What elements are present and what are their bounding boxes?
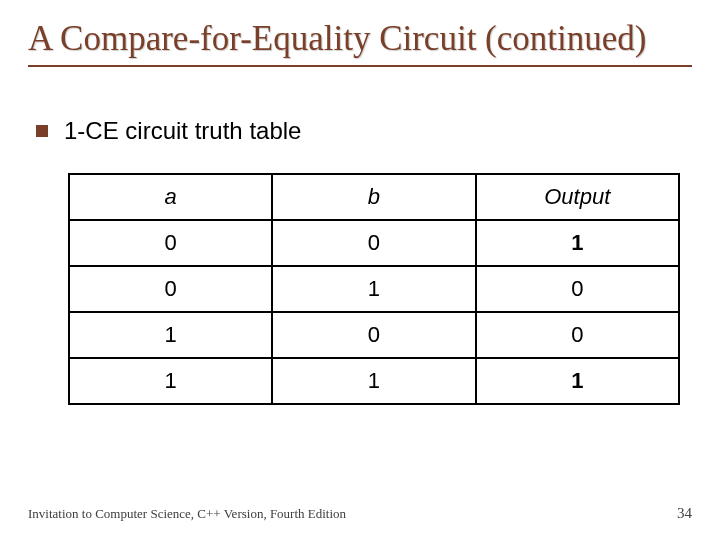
- table-cell: 0: [69, 266, 272, 312]
- table-cell: 1: [69, 358, 272, 404]
- table-cell: 0: [476, 266, 680, 312]
- table-cell: 0: [272, 220, 475, 266]
- footer-page-number: 34: [677, 505, 692, 522]
- footer-text: Invitation to Computer Science, C++ Vers…: [28, 506, 346, 522]
- table-row: a b Output: [69, 174, 679, 220]
- table-row: 1 1 1: [69, 358, 679, 404]
- table-row: 0 0 1: [69, 220, 679, 266]
- table-cell: 1: [272, 266, 475, 312]
- table-header-a: a: [69, 174, 272, 220]
- table-cell: 1: [69, 312, 272, 358]
- table-cell: 0: [272, 312, 475, 358]
- slide-title: A Compare-for-Equality Circuit (continue…: [28, 18, 692, 59]
- footer: Invitation to Computer Science, C++ Vers…: [28, 505, 692, 522]
- table-header-output: Output: [476, 174, 680, 220]
- table-row: 0 1 0: [69, 266, 679, 312]
- table-row: 1 0 0: [69, 312, 679, 358]
- bullet-item: 1-CE circuit truth table: [36, 117, 692, 145]
- table-header-b: b: [272, 174, 475, 220]
- bullet-square-icon: [36, 125, 48, 137]
- title-underline: [28, 65, 692, 67]
- table-cell: 0: [69, 220, 272, 266]
- table-cell: 0: [476, 312, 680, 358]
- bullet-text: 1-CE circuit truth table: [64, 117, 301, 145]
- truth-table: a b Output 0 0 1 0 1 0 1 0 0 1 1 1: [68, 173, 680, 405]
- table-cell: 1: [272, 358, 475, 404]
- table-cell: 1: [476, 358, 680, 404]
- table-cell: 1: [476, 220, 680, 266]
